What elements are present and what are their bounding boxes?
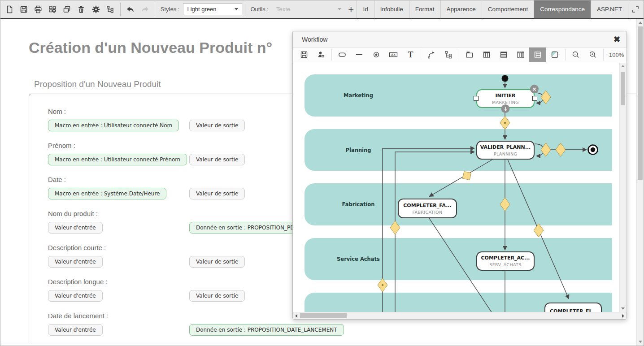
wf-connector-edit-button[interactable] bbox=[423, 48, 440, 62]
wf-label-button[interactable]: Aa bbox=[385, 48, 402, 62]
wf-line-button[interactable] bbox=[351, 48, 368, 62]
gateway-diamond[interactable] bbox=[541, 143, 551, 156]
connector bbox=[395, 152, 474, 313]
new-document-icon bbox=[5, 5, 14, 14]
line-icon bbox=[355, 50, 364, 59]
output-value-chip[interactable]: Valeur de sortie bbox=[189, 188, 245, 199]
scroll-up-icon[interactable] bbox=[639, 22, 642, 24]
delete-button[interactable] bbox=[74, 2, 88, 17]
add-block-button[interactable] bbox=[45, 2, 60, 17]
toolbar-separator bbox=[421, 49, 421, 61]
output-value-chip[interactable]: Valeur de sortie bbox=[189, 256, 245, 268]
add-tool-button[interactable]: + bbox=[345, 2, 357, 17]
wf-table-rows-button[interactable] bbox=[495, 48, 512, 62]
scrollbar-thumb[interactable] bbox=[621, 72, 625, 105]
wf-table-columns-button[interactable] bbox=[478, 48, 495, 62]
continue-flow-badge[interactable]: ↓ bbox=[501, 104, 510, 113]
wf-rounded-rect-button[interactable] bbox=[334, 48, 351, 62]
scrollbar-thumb[interactable] bbox=[638, 26, 643, 180]
dialog-vertical-scrollbar[interactable] bbox=[619, 63, 626, 312]
workflow-node-initier[interactable]: INITIER MARKETING × ↓ bbox=[476, 89, 535, 108]
tab-id[interactable]: Id bbox=[357, 0, 374, 18]
workflow-node-completer-fabrication[interactable]: COMPLETER_FA... FABRICATION bbox=[398, 199, 457, 218]
window-scrollbar[interactable] bbox=[636, 19, 644, 346]
macro-input-chip[interactable]: Macro en entrée : Utilisateur connecté.N… bbox=[48, 120, 179, 131]
start-event[interactable] bbox=[502, 75, 509, 82]
wf-lanes-vertical-button[interactable] bbox=[512, 48, 529, 62]
wf-zoom-in-button[interactable] bbox=[584, 48, 601, 62]
wf-radio-button[interactable] bbox=[368, 48, 385, 62]
macro-output-chip[interactable]: Donnée en sortie : PROPOSITION_DATE_LANC… bbox=[189, 324, 344, 336]
save-button[interactable] bbox=[17, 2, 31, 17]
toolbar-separator bbox=[565, 49, 566, 61]
redo-button[interactable] bbox=[138, 2, 152, 17]
gateway-diamond[interactable] bbox=[541, 91, 551, 104]
scroll-up-icon[interactable] bbox=[621, 65, 625, 67]
scroll-down-icon[interactable] bbox=[639, 341, 642, 343]
resize-handle-left[interactable] bbox=[474, 96, 479, 101]
output-value-chip[interactable]: Valeur de sortie bbox=[189, 120, 245, 131]
delete-node-badge[interactable]: × bbox=[530, 85, 539, 93]
new-document-button[interactable] bbox=[2, 2, 17, 17]
expand-button[interactable] bbox=[628, 2, 643, 17]
scroll-down-icon[interactable] bbox=[621, 307, 625, 310]
connector-loop bbox=[537, 100, 543, 103]
close-button[interactable]: ✖ bbox=[614, 35, 620, 43]
gateway-diamond[interactable] bbox=[390, 221, 400, 234]
styles-select[interactable]: Light green bbox=[183, 3, 242, 15]
tab-aspnet[interactable]: ASP.NET bbox=[591, 0, 628, 18]
tab-format[interactable]: Format bbox=[409, 0, 441, 18]
redo-icon bbox=[140, 5, 150, 14]
scroll-left-icon[interactable] bbox=[295, 314, 297, 318]
end-event[interactable] bbox=[588, 145, 598, 155]
wf-org-chart-button[interactable] bbox=[440, 48, 457, 62]
scroll-right-icon[interactable] bbox=[622, 314, 624, 318]
input-value-chip[interactable]: Valeur d'entrée bbox=[48, 324, 103, 336]
styles-label: Styles : bbox=[161, 6, 180, 13]
save-icon bbox=[300, 50, 309, 59]
node-title: COMPLETER_FA... bbox=[403, 203, 451, 208]
wf-add-actor-button[interactable] bbox=[313, 48, 330, 62]
wf-style-theme-button[interactable] bbox=[546, 48, 563, 62]
settings-button[interactable] bbox=[88, 2, 103, 17]
outils-select-value: Texte bbox=[276, 6, 290, 13]
wf-zoom-out-button[interactable] bbox=[567, 48, 584, 62]
duplicate-button[interactable] bbox=[60, 2, 74, 17]
wf-save-button[interactable] bbox=[296, 48, 313, 62]
gateway-diamond[interactable] bbox=[500, 198, 510, 211]
input-value-chip[interactable]: Valeur d'entrée bbox=[48, 256, 103, 268]
tree-view-button[interactable] bbox=[103, 2, 117, 17]
macro-input-chip[interactable]: Macro en entrée : Utilisateur connecté.P… bbox=[48, 154, 187, 165]
wf-text-button[interactable]: T bbox=[402, 48, 419, 62]
toolbar-separator bbox=[155, 3, 155, 16]
print-icon bbox=[34, 5, 43, 14]
input-value-chip[interactable]: Valeur d'entrée bbox=[48, 222, 103, 234]
gateway-diamond[interactable] bbox=[534, 224, 544, 237]
undo-button[interactable] bbox=[123, 2, 138, 17]
print-button[interactable] bbox=[31, 2, 45, 17]
workflow-node-completer-achats[interactable]: COMPLETER_AC... SERV_ACHATS bbox=[476, 251, 535, 271]
macro-output-chip[interactable]: Donnée en sortie : PROPOSITION_PDT bbox=[189, 222, 305, 234]
output-value-chip[interactable]: Valeur de sortie bbox=[189, 290, 245, 302]
tab-comportement[interactable]: Comportement bbox=[482, 0, 534, 18]
toolbar-separator bbox=[120, 3, 121, 16]
dialog-titlebar[interactable]: Workflow ✖ bbox=[293, 31, 627, 48]
page-title: Création d'un Nouveau Produit n° bbox=[29, 39, 272, 56]
scrollbar-thumb[interactable] bbox=[300, 313, 347, 318]
input-value-chip[interactable]: Valeur d'entrée bbox=[48, 290, 103, 302]
data-object-square[interactable] bbox=[463, 172, 471, 180]
tab-infobulle[interactable]: Infobulle bbox=[374, 0, 409, 18]
dialog-horizontal-scrollbar[interactable] bbox=[293, 312, 627, 319]
macro-input-chip[interactable]: Macro en entrée : Système.Date/Heure bbox=[48, 188, 166, 199]
output-value-chip[interactable]: Valeur de sortie bbox=[189, 154, 245, 165]
wf-card-layout-button[interactable] bbox=[461, 48, 478, 62]
gateway-diamond[interactable] bbox=[556, 143, 566, 156]
resize-handle-right[interactable] bbox=[532, 96, 537, 101]
workflow-canvas[interactable]: Marketing Planning Fabrication Service A… bbox=[293, 63, 627, 319]
toolbar-separator bbox=[331, 49, 332, 61]
workflow-node-valider-planning[interactable]: VALIDER_PLANN... PLANNING bbox=[476, 141, 535, 160]
tab-correspondance[interactable]: Correspondance bbox=[534, 0, 591, 18]
connector-edit-icon bbox=[427, 50, 436, 59]
wf-lanes-horizontal-button[interactable] bbox=[529, 48, 546, 62]
tab-apparence[interactable]: Apparence bbox=[441, 0, 482, 18]
